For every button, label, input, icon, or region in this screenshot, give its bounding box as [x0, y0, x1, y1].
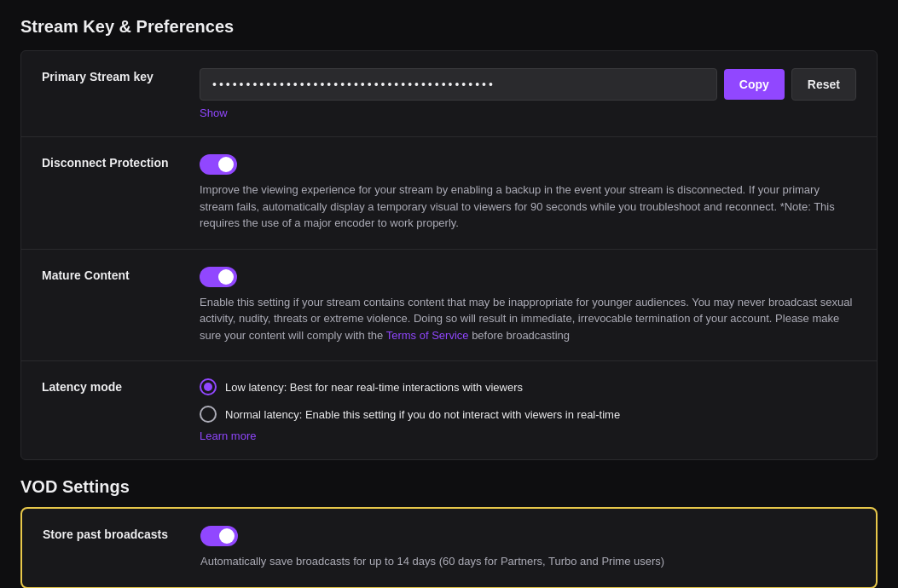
disconnect-description: Improve the viewing experience for your … [200, 182, 856, 232]
vod-title: VOD Settings [20, 477, 878, 497]
reset-button[interactable]: Reset [791, 68, 856, 101]
store-broadcasts-content: Automatically save broadcasts for up to … [200, 526, 855, 570]
disconnect-toggle-container [200, 154, 856, 175]
store-broadcasts-description: Automatically save broadcasts for up to … [200, 553, 855, 570]
latency-low-radio[interactable] [200, 378, 217, 395]
latency-low-label: Low latency: Best for near real-time int… [225, 381, 523, 394]
mature-desc-part2: before broadcasting [469, 329, 571, 342]
latency-radio-group: Low latency: Best for near real-time int… [200, 378, 856, 423]
latency-mode-row: Latency mode Low latency: Best for near … [21, 361, 877, 459]
stream-preferences-card: Primary Stream key Copy Reset Show Disco… [20, 50, 878, 460]
stream-key-label: Primary Stream key [42, 68, 200, 84]
disconnect-toggle[interactable] [200, 154, 237, 175]
tos-link[interactable]: Terms of Service [386, 329, 469, 342]
latency-normal-label: Normal latency: Enable this setting if y… [225, 408, 620, 421]
stream-key-input[interactable] [200, 68, 717, 101]
mature-toggle-container [200, 267, 856, 287]
mature-description: Enable this setting if your stream conta… [200, 294, 856, 344]
vod-card: Store past broadcasts Automatically save… [20, 507, 878, 588]
disconnect-protection-label: Disconnect Protection [42, 154, 200, 170]
store-broadcasts-row: Store past broadcasts Automatically save… [22, 509, 876, 587]
stream-key-content: Copy Reset Show [200, 68, 856, 119]
mature-content-content: Enable this setting if your stream conta… [200, 267, 856, 344]
mature-content-row: Mature Content Enable this setting if yo… [21, 250, 877, 362]
disconnect-toggle-slider [200, 154, 237, 175]
page-container: Stream Key & Preferences Primary Stream … [0, 0, 898, 588]
store-toggle-container [200, 526, 855, 546]
mature-toggle[interactable] [200, 267, 237, 287]
store-toggle[interactable] [200, 526, 238, 546]
latency-mode-content: Low latency: Best for near real-time int… [200, 378, 856, 442]
store-toggle-slider [200, 526, 238, 546]
disconnect-protection-row: Disconnect Protection Improve the viewin… [21, 137, 877, 250]
store-broadcasts-label: Store past broadcasts [43, 526, 200, 541]
disconnect-protection-content: Improve the viewing experience for your … [200, 154, 856, 232]
learn-more-link[interactable]: Learn more [200, 429, 256, 442]
page-title: Stream Key & Preferences [20, 17, 878, 37]
mature-content-label: Mature Content [42, 267, 200, 282]
copy-button[interactable]: Copy [724, 69, 785, 100]
latency-normal-radio[interactable] [200, 406, 217, 423]
stream-key-row: Primary Stream key Copy Reset Show [21, 51, 877, 137]
show-link[interactable]: Show [200, 107, 228, 119]
latency-mode-label: Latency mode [42, 378, 200, 394]
stream-key-input-row: Copy Reset [200, 68, 856, 101]
mature-toggle-slider [200, 267, 237, 287]
latency-normal-option[interactable]: Normal latency: Enable this setting if y… [200, 406, 856, 423]
latency-low-option[interactable]: Low latency: Best for near real-time int… [200, 378, 856, 395]
